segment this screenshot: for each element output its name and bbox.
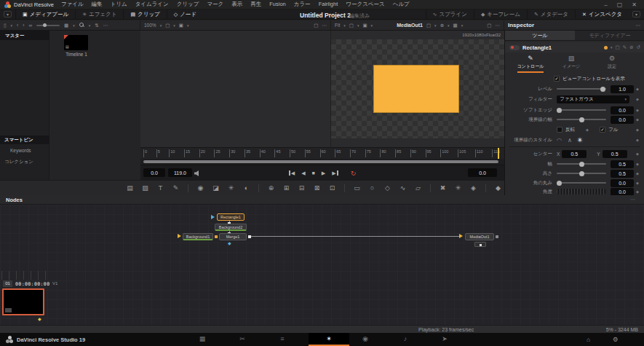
thumbnail-size-slider[interactable] (36, 25, 60, 26)
loop-button[interactable]: ↻ (351, 170, 357, 177)
media-pool-more-icon[interactable]: ⋯ (103, 23, 108, 28)
keyframe-icon[interactable]: ◆ (634, 117, 641, 122)
node-connector[interactable] (215, 235, 218, 238)
menu-file[interactable]: ファイル (61, 1, 84, 8)
height-value[interactable]: 0.5 (611, 170, 634, 178)
forward-bin-icon[interactable]: › (23, 23, 24, 28)
color-curves-tool-icon[interactable]: ◪ (212, 184, 220, 192)
subtab-image[interactable]: ▨ イメージ (556, 55, 587, 73)
play-button[interactable]: ▶ (322, 170, 325, 176)
search-icon[interactable] (79, 23, 84, 28)
keyframe-icon[interactable]: ◆ (634, 162, 641, 166)
hue-curves-tool-icon[interactable]: ◐ (242, 184, 250, 192)
background-tool-icon[interactable]: ▤ (126, 184, 134, 192)
node-graph[interactable] (0, 205, 644, 325)
color-space-icon[interactable]: ⊕ (440, 23, 444, 28)
left-viewer-option-icon[interactable]: ▣ (179, 23, 183, 28)
keyframe-icon[interactable]: ◆ (634, 152, 641, 156)
menu-clip[interactable]: クリップ (177, 1, 199, 8)
left-viewer-channel-icon[interactable]: ▢ (165, 23, 170, 28)
border-width-value[interactable]: 0.0 (611, 116, 634, 124)
effects-toggle[interactable]: ✳ エフェクト (75, 9, 123, 19)
guides-icon[interactable]: ▦ (453, 23, 458, 28)
subtab-settings[interactable]: ⚙ 設定 (597, 55, 627, 73)
level-value[interactable]: 1.0 (611, 85, 634, 93)
stop-button[interactable]: ■ (312, 170, 315, 176)
current-frame-field[interactable]: 0.0 (468, 168, 497, 177)
center-x-value[interactable]: 0.5 (562, 150, 587, 158)
page-color-icon[interactable]: ◉ (358, 335, 373, 342)
right-viewer-fit[interactable]: Fit (335, 23, 340, 28)
menu-playback[interactable]: 再生 (250, 1, 261, 8)
subtab-control[interactable]: ✎ コントロール (515, 55, 546, 73)
center-y-value[interactable]: 0.5 (603, 150, 627, 158)
keyframe-icon[interactable]: ◆ (634, 127, 641, 132)
sort-icon[interactable]: ⇅ (95, 23, 98, 28)
page-deliver-icon[interactable]: ➤ (437, 335, 452, 342)
lut-icon[interactable]: ▢ (426, 23, 431, 28)
bin-master[interactable]: マスター (0, 31, 49, 40)
inspector-tab-modifier[interactable]: モディファイアー (575, 31, 644, 40)
metadata-toggle[interactable]: ✎ メタデータ (527, 9, 575, 19)
inspector-tab-tools[interactable]: ツール (505, 31, 575, 40)
border-style-sharp-icon[interactable]: ∧ (568, 137, 572, 143)
delta-keyer-tool-icon[interactable]: ⊡ (328, 184, 336, 192)
step-back-button[interactable]: ◀ (301, 170, 305, 176)
pin-icon[interactable]: ✎ (623, 44, 627, 50)
inspector-toggle[interactable]: ✕ インスペクタ (575, 9, 629, 19)
right-viewer-expand-icon[interactable]: ▢ (487, 23, 491, 28)
clips-toggle[interactable]: ▤ クリップ (123, 9, 166, 19)
show-view-controls-checkbox[interactable]: ✓ (554, 76, 560, 82)
height-slider[interactable] (557, 173, 606, 174)
text-tool-icon[interactable]: T (156, 184, 164, 192)
left-viewer-more-icon[interactable]: ⋯ (322, 23, 327, 28)
project-settings-icon[interactable]: ⚙ (613, 336, 619, 343)
node-input-icon[interactable] (459, 234, 463, 238)
channel-booleans-tool-icon[interactable]: ⊟ (298, 184, 306, 192)
magic-mask-tool-icon[interactable]: ▱ (414, 184, 422, 192)
color-keyer-tool-icon[interactable]: ⊠ (313, 184, 321, 192)
left-viewer[interactable] (140, 31, 331, 147)
menu-fusion[interactable]: Fusion (269, 1, 286, 8)
keyframe-icon[interactable]: ◆ (634, 138, 641, 142)
corner-radius-value[interactable]: 0.0 (611, 179, 634, 187)
node-background2[interactable]: Background2 (215, 224, 247, 231)
media-pool-toggle[interactable]: ▣ メディアプール (15, 9, 75, 19)
versions-icon[interactable]: ▢ (615, 44, 619, 50)
fast-noise-tool-icon[interactable]: ▨ (141, 184, 149, 192)
left-viewer-expand-icon[interactable]: ▢ (314, 23, 318, 28)
matte-control-tool-icon[interactable]: ⊞ (282, 184, 290, 192)
page-fairlight-icon[interactable]: ♪ (398, 335, 413, 342)
angle-value[interactable]: 0.0 (611, 188, 634, 196)
node-input-icon[interactable] (178, 234, 181, 238)
node-mediaout1[interactable]: MediaOut1 (465, 233, 494, 240)
right-viewer-channel-icon[interactable]: ▢ (349, 23, 354, 28)
inspector-more-icon[interactable]: ⋯ (636, 23, 641, 28)
right-viewer-option-icon[interactable]: ▣ (362, 23, 367, 28)
menu-view[interactable]: 表示 (231, 1, 242, 8)
grid-view-icon[interactable]: ▦ (64, 23, 68, 28)
back-bin-icon[interactable]: ‹ (17, 23, 18, 28)
timeline-clip-name[interactable]: Timeline 1 (58, 52, 95, 57)
menu-fairlight[interactable]: Fairlight (319, 1, 338, 8)
keyframe-icon[interactable]: ◆ (634, 87, 641, 91)
page-fusion-icon[interactable]: ✶ (309, 333, 349, 346)
tracker-tool-icon[interactable]: ✖ (439, 184, 447, 192)
solid-checkbox[interactable]: ✓ (600, 127, 605, 133)
collapse-ui-right-button[interactable]: ▾ (632, 11, 640, 17)
bin-view-icon[interactable]: ▯ (4, 23, 7, 28)
current-clip-thumbnail[interactable] (2, 288, 44, 315)
soft-edge-value[interactable]: 0.0 (611, 106, 634, 114)
go-to-last-frame-button[interactable]: ▶ (332, 170, 338, 176)
page-cut-icon[interactable]: ✂ (235, 335, 250, 342)
clips-mini-ruler[interactable] (1, 271, 52, 280)
angle-dial[interactable] (557, 189, 606, 194)
color-corrector-tool-icon[interactable]: ◉ (196, 184, 204, 192)
border-width-slider[interactable] (557, 119, 606, 120)
page-edit-icon[interactable]: ≡ (275, 335, 290, 342)
close-icon[interactable]: ✕ (632, 1, 637, 8)
rectangle-mask-tool-icon[interactable]: ▭ (353, 184, 361, 192)
level-slider[interactable] (557, 88, 606, 90)
soft-edge-slider[interactable] (557, 109, 606, 111)
version-color-dot[interactable] (604, 46, 608, 50)
